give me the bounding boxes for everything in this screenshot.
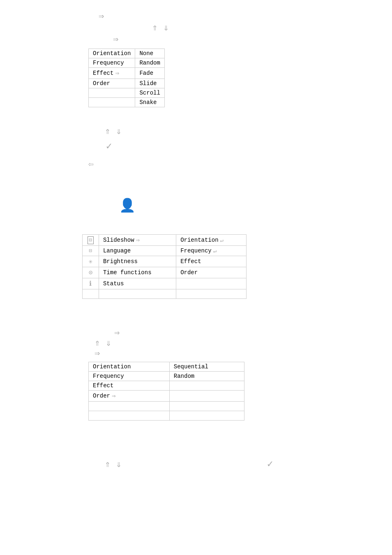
table-cell-left[interactable]: Orientation	[89, 49, 135, 58]
table-row: Scroll	[89, 88, 165, 98]
slideshow-right-cell[interactable]: Orientation ↵	[176, 235, 247, 246]
arrow-right-icon-1[interactable]: ⇒	[99, 12, 104, 22]
table-cell-left	[89, 88, 135, 98]
undo-icon[interactable]: ⇦	[88, 160, 94, 170]
table-row: Snake	[89, 98, 165, 107]
arrow-up-icon-4[interactable]: ⇑	[105, 460, 110, 469]
table-row-order2: Order ⇒	[89, 391, 244, 402]
arrow-up-icon-1[interactable]: ⇑	[152, 24, 157, 33]
table-cell-right[interactable]: Snake	[135, 98, 164, 107]
language-right-cell[interactable]: Frequency ↵	[176, 246, 247, 256]
arrow-down-icon-1[interactable]: ⇓	[163, 24, 168, 33]
section2-check[interactable]: ✓	[106, 142, 112, 152]
check-icon-1[interactable]: ✓	[106, 141, 112, 152]
status-label-cell[interactable]: Status	[99, 278, 176, 289]
order2-arrow-icon[interactable]: ⇒	[112, 392, 116, 400]
table-cell-right[interactable]: None	[135, 49, 164, 58]
section6-check[interactable]: ✓	[267, 460, 273, 469]
status-icon-cell: ℹ	[83, 278, 99, 289]
frequency2-label-cell[interactable]: Frequency	[89, 372, 170, 381]
table-row-effect2: Effect	[89, 381, 244, 391]
table-row: Frequency Random	[89, 58, 165, 68]
arrow-down-icon-2[interactable]: ⇓	[116, 127, 121, 136]
table-row: Order Slide	[89, 79, 165, 88]
section6-updown: ⇑ ⇓	[105, 460, 122, 469]
table-row-status: ℹ Status	[83, 278, 247, 289]
table-row-slideshow: ⊟ Slideshow ⇒ Orientation ↵	[83, 235, 247, 246]
orientation2-label-cell[interactable]: Orientation	[89, 362, 170, 372]
check-icon-2[interactable]: ✓	[267, 459, 273, 470]
section1-arrow1[interactable]: ⇒	[99, 12, 104, 21]
empty-right-cell	[176, 289, 247, 299]
section2-undo[interactable]: ⇦	[88, 160, 94, 169]
arrow-down-icon-4[interactable]: ⇓	[116, 460, 121, 469]
empty-icon-cell	[83, 289, 99, 299]
section5-table-container: Orientation Sequential Frequency Random …	[88, 362, 244, 421]
frequency-label: Frequency	[180, 247, 212, 254]
table-row-brightness: ✳ Brightness Effect	[83, 256, 247, 267]
language-label-cell[interactable]: Language	[99, 246, 176, 256]
table-row: Orientation None	[89, 49, 165, 58]
effect2-right-cell	[169, 381, 244, 391]
section5-table: Orientation Sequential Frequency Random …	[88, 362, 244, 421]
slideshow-icon: ⊟	[88, 236, 94, 244]
table-row-orientation2: Orientation Sequential	[89, 362, 244, 372]
time-icon: ⊙	[89, 269, 93, 277]
order2-label: Order	[93, 393, 110, 399]
effect-arrow-icon[interactable]: ⇒	[115, 69, 119, 77]
empty2-left-cell	[89, 402, 170, 411]
time-label-cell[interactable]: Time functions	[99, 267, 176, 278]
slideshow-icon-cell: ⊟	[83, 235, 99, 246]
slideshow-arrow-icon[interactable]: ⇒	[136, 236, 140, 244]
table-cell-left[interactable]: Effect ⇒	[89, 68, 135, 79]
orientation-down-icon[interactable]: ↵	[220, 237, 224, 244]
frequency-down-icon[interactable]: ↵	[213, 247, 217, 254]
person-icon: 👤	[119, 198, 136, 213]
table-cell-left[interactable]: Frequency	[89, 58, 135, 68]
status-right-cell	[176, 278, 247, 289]
section1-updown: ⇑ ⇓	[152, 24, 169, 33]
slideshow-label-cell[interactable]: Slideshow ⇒	[99, 235, 176, 246]
arrow-right-icon-3[interactable]: ⇒	[114, 328, 120, 338]
table-row: Effect ⇒ Fade	[89, 68, 165, 79]
section4-table: ⊟ Slideshow ⇒ Orientation ↵	[82, 234, 247, 299]
table-cell-right[interactable]: Random	[135, 58, 164, 68]
table-cell-left[interactable]: Order	[89, 79, 135, 88]
effect2-label-cell[interactable]: Effect	[89, 381, 170, 391]
table-cell-left	[89, 98, 135, 107]
arrow-right-icon-4[interactable]: ⇒	[95, 349, 100, 359]
arrow-down-icon-3[interactable]: ⇓	[106, 339, 111, 348]
table-row-timefunctions: ⊙ Time functions Order	[83, 267, 247, 278]
section1-arrow2[interactable]: ⇒	[113, 35, 118, 44]
brightness-icon-cell: ✳	[83, 256, 99, 267]
frequency2-right-cell[interactable]: Random	[169, 372, 244, 381]
section2-updown: ⇑ ⇓	[105, 127, 122, 136]
status-icon: ℹ	[89, 280, 92, 288]
table-row-empty2	[89, 402, 244, 411]
language-icon-cell: ⊟	[83, 246, 99, 256]
arrow-up-icon-3[interactable]: ⇑	[95, 339, 100, 348]
section3-person: 👤	[119, 197, 136, 213]
time-right-cell[interactable]: Order	[176, 267, 247, 278]
table-row-frequency2: Frequency Random	[89, 372, 244, 381]
section5-arrow1[interactable]: ⇒	[114, 329, 120, 338]
arrow-up-icon-2[interactable]: ⇑	[105, 127, 110, 136]
table-row-empty3	[89, 411, 244, 421]
order2-label-cell[interactable]: Order ⇒	[89, 391, 170, 402]
time-icon-cell: ⊙	[83, 267, 99, 278]
language-icon: ⊟	[89, 248, 92, 254]
section5-updown: ⇑ ⇓	[95, 339, 111, 348]
table-cell-right[interactable]: Fade	[135, 68, 164, 79]
order2-right-cell	[169, 391, 244, 402]
table-cell-right[interactable]: Scroll	[135, 88, 164, 98]
brightness-right-cell[interactable]: Effect	[176, 256, 247, 267]
section1-table: Orientation None Frequency Random Effect…	[88, 49, 165, 107]
brightness-label-cell[interactable]: Brightness	[99, 256, 176, 267]
empty2-right-cell	[169, 402, 244, 411]
arrow-right-icon-2[interactable]: ⇒	[113, 35, 118, 45]
empty-left-cell	[99, 289, 176, 299]
orientation2-right-cell[interactable]: Sequential	[169, 362, 244, 372]
table-cell-right[interactable]: Slide	[135, 79, 164, 88]
section5-arrow2[interactable]: ⇒	[95, 349, 100, 358]
empty3-right-cell	[169, 411, 244, 421]
